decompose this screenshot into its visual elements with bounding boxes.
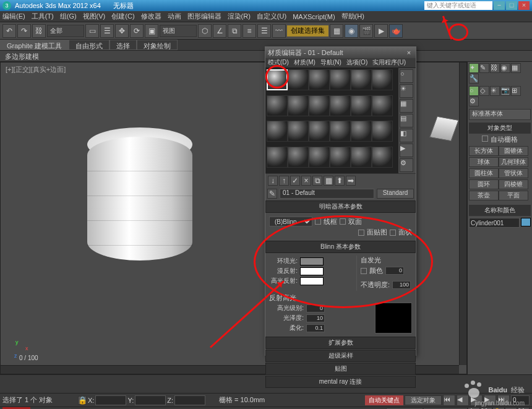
ambient-color-swatch[interactable] <box>300 257 324 265</box>
tube-button[interactable]: 管状体 <box>499 168 528 178</box>
motion-tab[interactable]: ◉ <box>500 63 510 73</box>
viewcube[interactable] <box>433 118 458 142</box>
material-slot[interactable] <box>330 147 351 168</box>
backlight-button[interactable]: ☀ <box>400 84 413 98</box>
menu-modifiers[interactable]: 修改器 <box>141 12 161 21</box>
show-map-button[interactable]: ▦ <box>324 176 333 186</box>
material-slot[interactable] <box>372 95 393 116</box>
menu-animation[interactable]: 动画 <box>168 12 181 21</box>
go-sibling-button[interactable]: ➡ <box>346 176 356 186</box>
reset-button[interactable]: × <box>301 176 311 186</box>
background-button[interactable]: ▦ <box>400 99 413 113</box>
material-slot[interactable] <box>351 95 372 116</box>
select-name-button[interactable]: ☰ <box>100 24 114 38</box>
material-slot[interactable] <box>288 95 309 116</box>
systems-subtab[interactable]: ⚙ <box>469 97 479 106</box>
geometry-category-dropdown[interactable]: 标准基本体 <box>469 109 531 120</box>
material-slot[interactable] <box>372 69 393 90</box>
sphere-button[interactable]: 球体 <box>469 157 499 167</box>
selfillum-color-checkbox[interactable] <box>361 268 367 274</box>
glossiness-spinner[interactable]: 10 <box>306 314 325 322</box>
go-parent-button[interactable]: ⬆ <box>335 176 345 186</box>
cameras-subtab[interactable]: 📷 <box>500 86 510 96</box>
pan-button[interactable]: ✋ <box>492 407 505 410</box>
menu-help[interactable]: 帮助(H) <box>341 12 364 21</box>
transform-x-input[interactable] <box>95 395 126 405</box>
faceted-checkbox[interactable] <box>390 230 396 236</box>
supersampling-rollout[interactable]: 超级采样 <box>265 350 416 362</box>
cylinder-object[interactable] <box>87 137 192 260</box>
material-name-input[interactable]: 01 - Default <box>280 189 374 199</box>
layers-button[interactable]: ☰ <box>257 24 271 38</box>
lights-subtab[interactable]: ☀ <box>490 86 500 96</box>
shader-params-rollout[interactable]: 明暗器基本参数 <box>265 200 416 213</box>
mentalray-rollout[interactable]: mental ray 连接 <box>265 376 416 388</box>
video-check-button[interactable]: ◧ <box>400 129 413 142</box>
teapot-button[interactable]: 茶壶 <box>469 191 499 200</box>
object-name-input[interactable] <box>469 218 520 228</box>
menu-edit[interactable]: 编辑(E) <box>2 12 25 21</box>
material-slot[interactable] <box>330 69 351 90</box>
mat-menu-options[interactable]: 选项(O) <box>346 58 367 67</box>
orbit-button[interactable]: ⟲ <box>505 407 517 410</box>
ribbon-tab-selection[interactable]: 选择 <box>109 40 137 50</box>
get-material-button[interactable]: ↓ <box>268 176 278 186</box>
redo-button[interactable]: ↷ <box>17 24 31 38</box>
material-slot-1[interactable] <box>267 69 288 90</box>
modify-tab[interactable]: ✎ <box>479 63 489 73</box>
ribbon-tab-modeling[interactable]: Graphite 建模工具 <box>0 40 69 50</box>
transform-y-input[interactable] <box>135 395 166 405</box>
ribbon-tab-paint[interactable]: 对象绘制 <box>137 40 178 50</box>
basic-params-rollout[interactable]: Blinn 基本参数 <box>265 241 416 253</box>
selection-lock-dropdown[interactable]: 选定对象 <box>405 395 442 405</box>
pick-material-button[interactable]: ✎ <box>267 189 277 199</box>
named-selection-input[interactable]: 创建选择集 <box>287 25 328 37</box>
sample-type-button[interactable]: ○ <box>400 69 413 83</box>
render-frame-button[interactable]: ▶ <box>374 24 388 38</box>
cylinder-button[interactable]: 圆柱体 <box>469 168 499 178</box>
mirror-button[interactable]: ⧉ <box>228 24 241 38</box>
material-slot[interactable] <box>330 95 351 116</box>
options-button[interactable]: ⚙ <box>400 158 413 172</box>
menu-tools[interactable]: 工具(T) <box>32 12 54 21</box>
make-preview-button[interactable]: ▶ <box>400 144 413 157</box>
object-type-rollout[interactable]: 对象类型 <box>469 123 531 134</box>
utilities-tab[interactable]: 🔧 <box>469 74 479 84</box>
mat-menu-nav[interactable]: 导航(N) <box>320 58 341 67</box>
specular-level-spinner[interactable]: 0 <box>306 304 325 312</box>
material-slot[interactable] <box>351 69 372 90</box>
torus-button[interactable]: 圆环 <box>469 179 499 189</box>
material-slot[interactable] <box>309 121 330 142</box>
material-editor-button[interactable]: ◉ <box>345 24 358 38</box>
material-slot[interactable] <box>309 95 330 116</box>
material-slot[interactable] <box>288 69 309 90</box>
menu-graph[interactable]: 图形编辑器 <box>187 12 221 21</box>
select-button[interactable]: ▭ <box>85 24 99 38</box>
material-type-button[interactable]: Standard <box>377 189 414 199</box>
wire-checkbox[interactable] <box>315 218 321 225</box>
name-color-rollout[interactable]: 名称和颜色 <box>469 205 531 216</box>
selfillum-spinner[interactable]: 0 <box>385 267 404 275</box>
material-slot[interactable] <box>351 147 372 168</box>
mat-menu-material[interactable]: 材质(M) <box>294 58 315 67</box>
2sided-checkbox[interactable] <box>340 218 346 225</box>
material-slot[interactable] <box>330 121 351 142</box>
viewport-label[interactable]: [+][正交][真实+边面] <box>6 65 66 74</box>
lock-selection-button[interactable]: 🔒 <box>78 396 87 405</box>
material-slot[interactable] <box>309 147 330 168</box>
link-button[interactable]: ⛓ <box>32 24 46 38</box>
selection-filter-dropdown[interactable]: 全部 <box>47 25 84 37</box>
soften-spinner[interactable]: 0.1 <box>306 324 325 332</box>
align-button[interactable]: ≡ <box>242 24 256 38</box>
material-slot[interactable] <box>267 121 288 142</box>
undo-button[interactable]: ↶ <box>2 24 16 38</box>
material-slot[interactable] <box>288 121 309 142</box>
geosphere-button[interactable]: 几何球体 <box>499 157 528 167</box>
menu-views[interactable]: 视图(V) <box>83 12 106 21</box>
display-tab[interactable]: ▦ <box>511 63 521 73</box>
transform-z-input[interactable] <box>174 395 205 405</box>
material-slot[interactable] <box>288 147 309 168</box>
autogrid-checkbox[interactable] <box>482 136 488 142</box>
opacity-spinner[interactable]: 100 <box>392 281 411 289</box>
ref-coord-dropdown[interactable]: 视图 <box>160 25 197 37</box>
